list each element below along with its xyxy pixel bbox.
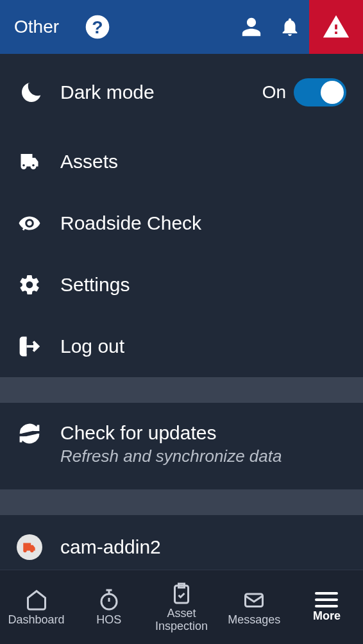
person-icon [241,16,262,38]
svg-text:?: ? [92,17,103,37]
dark-mode-label: Dark mode [60,81,155,103]
nav-asset-inspection-label: Asset Inspection [145,607,217,633]
header: Other ? [0,0,363,54]
gear-icon [17,273,42,296]
menu-roadside-check[interactable]: Roadside Check [0,192,363,254]
clipboard-check-icon [170,582,193,605]
refresh-icon [17,422,42,445]
nav-hos-label: HOS [96,614,121,627]
dark-mode-state: On [262,82,286,103]
check-updates-button[interactable]: Check for updates Refresh and synchroniz… [0,403,363,489]
hamburger-icon [315,592,338,607]
addin-icon [17,534,42,560]
moon-icon [17,81,42,104]
menu-assets[interactable]: Assets [0,131,363,192]
help-button[interactable]: ? [85,14,110,40]
svg-rect-4 [246,594,263,607]
mail-icon [242,588,266,611]
nav-dashboard[interactable]: Dashboard [0,570,72,644]
stopwatch-icon [97,588,121,611]
nav-dashboard-label: Dashboard [8,614,65,627]
menu-dark-mode[interactable]: Dark mode On [0,54,363,131]
nav-messages[interactable]: Messages [218,570,291,644]
updates-subtitle: Refresh and synchronize data [60,446,282,466]
settings-label: Settings [60,274,130,296]
assets-label: Assets [60,151,118,173]
nav-hos[interactable]: HOS [72,570,145,644]
nav-more-label: More [313,610,341,623]
help-icon: ? [85,14,110,40]
menu-settings[interactable]: Settings [0,254,363,316]
alert-button[interactable] [309,0,363,54]
main-scroll[interactable]: Dark mode On Assets Roadside Check [0,54,363,570]
eye-search-icon [17,212,42,235]
bottom-nav: Dashboard HOS Asset Inspection Messages … [0,570,363,644]
bell-icon [279,16,301,38]
addin-item[interactable]: cam-addin2 [0,515,363,570]
menu-logout[interactable]: Log out [0,316,363,377]
notifications-button[interactable] [271,0,309,54]
home-icon [25,588,48,611]
roadside-label: Roadside Check [60,212,201,234]
truck-icon [17,150,42,173]
nav-asset-inspection[interactable]: Asset Inspection [145,570,217,644]
logout-icon [17,335,42,358]
nav-more[interactable]: More [291,570,363,644]
addin-name: cam-addin2 [60,536,161,558]
header-title: Other [14,17,59,37]
dark-mode-toggle[interactable] [294,78,346,106]
logout-label: Log out [60,335,124,357]
alert-triangle-icon [322,13,350,41]
updates-title: Check for updates [60,422,282,444]
nav-messages-label: Messages [228,614,280,627]
profile-button[interactable] [232,0,271,54]
